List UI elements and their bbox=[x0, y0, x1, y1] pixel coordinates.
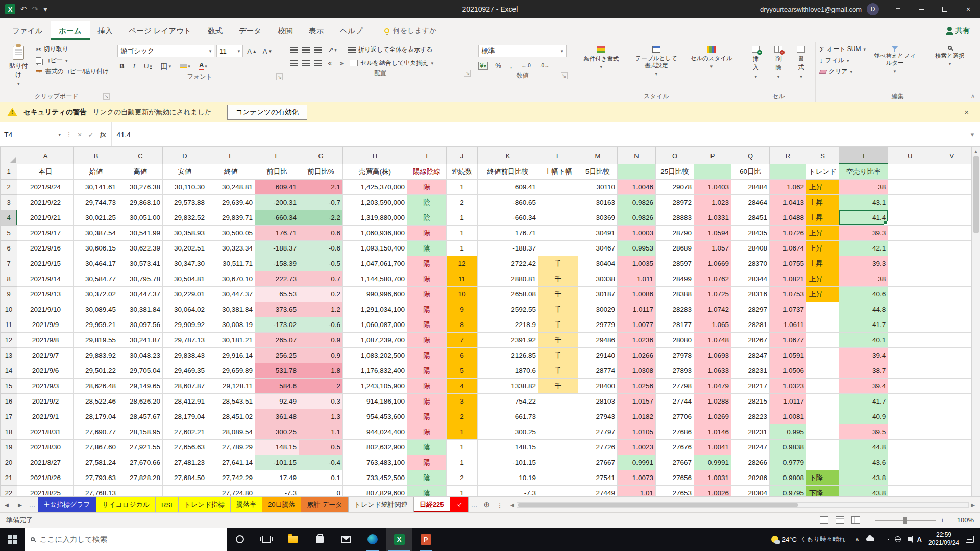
cell-S18[interactable] bbox=[806, 424, 839, 440]
cell-C22[interactable] bbox=[118, 486, 163, 497]
store-button[interactable] bbox=[306, 528, 333, 551]
cell-K13[interactable]: 2126.85 bbox=[478, 348, 538, 363]
excel-taskbar-button[interactable]: X bbox=[386, 528, 412, 551]
row-header-21[interactable]: 21 bbox=[1, 470, 17, 486]
cell-M4[interactable]: 30369 bbox=[578, 210, 618, 226]
ribbon-tab-ホーム[interactable]: ホーム bbox=[51, 21, 89, 40]
cell-A15[interactable]: 2021/9/3 bbox=[17, 379, 74, 394]
cell-Q18[interactable]: 28231 bbox=[731, 424, 770, 440]
align-bottom-icon[interactable] bbox=[314, 47, 322, 53]
cell-P12[interactable]: 1.0748 bbox=[694, 333, 731, 348]
cell-M7[interactable]: 30404 bbox=[578, 256, 618, 271]
comma-style-icon[interactable]: , bbox=[508, 61, 514, 70]
cell-E19[interactable]: 27,789.29 bbox=[207, 440, 255, 455]
sheet-list-icon[interactable]: ⋮ bbox=[494, 497, 505, 512]
cell-C17[interactable]: 28,457.67 bbox=[118, 409, 163, 424]
align-left-icon[interactable] bbox=[290, 60, 298, 66]
cell-V10[interactable] bbox=[932, 302, 972, 317]
sheet-overflow-right-icon[interactable]: … bbox=[469, 497, 480, 512]
cell-T17[interactable]: 40.9 bbox=[839, 409, 888, 424]
cell-B18[interactable]: 27,690.77 bbox=[74, 424, 118, 440]
cell-A8[interactable]: 2021/9/14 bbox=[17, 271, 74, 287]
cell-B16[interactable]: 28,522.46 bbox=[74, 394, 118, 409]
row-header-14[interactable]: 14 bbox=[1, 363, 17, 379]
cancel-entry-icon[interactable]: × bbox=[78, 131, 82, 139]
cell-R8[interactable]: 1.0821 bbox=[770, 271, 806, 287]
cell-P2[interactable]: 1.0403 bbox=[694, 180, 731, 195]
cell-A11[interactable]: 2021/9/9 bbox=[17, 317, 74, 333]
cell-F15[interactable]: 584.6 bbox=[255, 379, 299, 394]
cell-U12[interactable] bbox=[888, 333, 932, 348]
cell-M13[interactable]: 29140 bbox=[578, 348, 618, 363]
cell-N1[interactable] bbox=[618, 164, 656, 180]
cell-U1[interactable] bbox=[888, 164, 932, 180]
cell-V7[interactable] bbox=[932, 256, 972, 271]
cell-K2[interactable]: 609.41 bbox=[478, 180, 538, 195]
cell-M6[interactable]: 30467 bbox=[578, 241, 618, 256]
cell-E11[interactable]: 30,008.19 bbox=[207, 317, 255, 333]
cell-S10[interactable] bbox=[806, 302, 839, 317]
cell-K21[interactable]: 10.19 bbox=[478, 470, 538, 486]
cell-V8[interactable] bbox=[932, 271, 972, 287]
cell-N22[interactable]: 1.01 bbox=[618, 486, 656, 497]
cell-T7[interactable]: 39.3 bbox=[839, 256, 888, 271]
cell-F19[interactable]: 148.15 bbox=[255, 440, 299, 455]
cell-T16[interactable]: 41.7 bbox=[839, 394, 888, 409]
cell-F9[interactable]: 65.53 bbox=[255, 287, 299, 302]
cell-F17[interactable]: 361.48 bbox=[255, 409, 299, 424]
cell-E15[interactable]: 29,128.11 bbox=[207, 379, 255, 394]
cell-O15[interactable]: 27798 bbox=[656, 379, 694, 394]
cell-L9[interactable]: 千 bbox=[538, 287, 578, 302]
cell-U8[interactable] bbox=[888, 271, 932, 287]
cell-Q8[interactable]: 28344 bbox=[731, 271, 770, 287]
ribbon-tab-校閲[interactable]: 校閲 bbox=[270, 21, 301, 40]
cell-N16[interactable]: 1.0157 bbox=[618, 394, 656, 409]
cell-J13[interactable]: 6 bbox=[447, 348, 478, 363]
cell-D14[interactable]: 29,469.35 bbox=[163, 363, 207, 379]
cell-J16[interactable]: 3 bbox=[447, 394, 478, 409]
cell-H1[interactable]: 売買高(株) bbox=[343, 164, 407, 180]
cell-U4[interactable] bbox=[888, 210, 932, 226]
cell-U20[interactable] bbox=[888, 455, 932, 470]
cell-H2[interactable]: 1,425,370,000 bbox=[343, 180, 407, 195]
cell-L19[interactable] bbox=[538, 440, 578, 455]
font-size-select[interactable]: 11▾ bbox=[216, 45, 243, 57]
cell-A14[interactable]: 2021/9/6 bbox=[17, 363, 74, 379]
conditional-formatting-button[interactable]: 条件付き書式▾ bbox=[575, 43, 627, 72]
cell-F10[interactable]: 373.65 bbox=[255, 302, 299, 317]
cell-H4[interactable]: 1,319,880,000 bbox=[343, 210, 407, 226]
cell-F18[interactable]: 300.25 bbox=[255, 424, 299, 440]
cell-I6[interactable]: 陰 bbox=[407, 241, 447, 256]
cell-G1[interactable]: 前日比% bbox=[299, 164, 343, 180]
cell-V16[interactable] bbox=[932, 394, 972, 409]
cell-I10[interactable]: 陽 bbox=[407, 302, 447, 317]
cell-D15[interactable]: 28,607.87 bbox=[163, 379, 207, 394]
cell-O8[interactable]: 28499 bbox=[656, 271, 694, 287]
cell-H14[interactable]: 1,176,832,400 bbox=[343, 363, 407, 379]
cell-P9[interactable]: 1.0725 bbox=[694, 287, 731, 302]
cell-P13[interactable]: 1.0693 bbox=[694, 348, 731, 363]
cell-T12[interactable]: 40.1 bbox=[839, 333, 888, 348]
cell-K19[interactable]: 148.15 bbox=[478, 440, 538, 455]
cell-N5[interactable]: 1.0003 bbox=[618, 226, 656, 241]
column-header-J[interactable]: J bbox=[447, 147, 478, 164]
cell-J2[interactable]: 1 bbox=[447, 180, 478, 195]
cell-R22[interactable]: 0.9795 bbox=[770, 486, 806, 497]
cell-M9[interactable]: 30187 bbox=[578, 287, 618, 302]
cell-F2[interactable]: 609.41 bbox=[255, 180, 299, 195]
cell-K6[interactable]: -188.37 bbox=[478, 241, 538, 256]
cell-U21[interactable] bbox=[888, 470, 932, 486]
cell-U18[interactable] bbox=[888, 424, 932, 440]
scroll-left-icon[interactable]: ◀ bbox=[510, 502, 514, 508]
cell-G2[interactable]: 2.1 bbox=[299, 180, 343, 195]
column-header-C[interactable]: C bbox=[118, 147, 163, 164]
ribbon-tab-ファイル[interactable]: ファイル bbox=[4, 21, 51, 40]
cell-S4[interactable]: 上昇 bbox=[806, 210, 839, 226]
cell-H17[interactable]: 954,453,600 bbox=[343, 409, 407, 424]
cell-V3[interactable] bbox=[932, 195, 972, 210]
cell-S13[interactable] bbox=[806, 348, 839, 363]
cell-K22[interactable]: -7.3 bbox=[478, 486, 538, 497]
cell-B5[interactable]: 30,387.54 bbox=[74, 226, 118, 241]
cell-T21[interactable]: 43.8 bbox=[839, 470, 888, 486]
cell-K5[interactable]: 176.71 bbox=[478, 226, 538, 241]
